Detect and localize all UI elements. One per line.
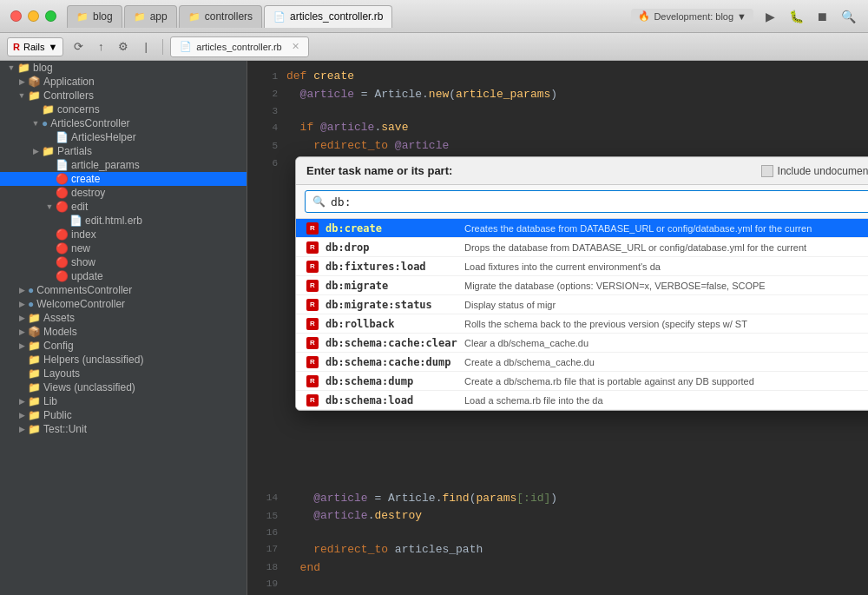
item-label: CommentsController (36, 284, 247, 296)
autocomplete-item[interactable]: R db:rollback Rolls the schema back to t… (296, 314, 868, 334)
sidebar-item-destroy[interactable]: 🔴 destroy (0, 186, 247, 200)
sidebar-item-layouts[interactable]: 📁 Layouts (0, 367, 247, 380)
toolbar-icons: ⟳ ↑ ⚙ | (69, 37, 155, 56)
autocomplete-item[interactable]: R db:drop Drops the database from DATABA… (296, 238, 868, 257)
file-icon: 📄 (56, 131, 69, 143)
sidebar-item-controllers[interactable]: ▼ 📁 Controllers (0, 89, 247, 102)
code-line: 3 (247, 104, 868, 120)
autocomplete-popup[interactable]: Enter task name or its part: Include und… (295, 156, 868, 411)
sidebar-item-new[interactable]: 🔴 new (0, 241, 247, 255)
sidebar-item-comments-controller[interactable]: ▶ ● CommentsController (0, 283, 247, 297)
item-name: db:rollback (326, 318, 464, 330)
settings-button[interactable]: ⚙ (114, 37, 133, 56)
up-button[interactable]: ↑ (91, 37, 110, 56)
stop-button[interactable]: ⏹ (812, 7, 832, 26)
tab-app[interactable]: 📁 app (124, 5, 177, 28)
sidebar-item-partials[interactable]: ▶ 📁 Partials (0, 144, 247, 158)
sidebar-item-articles-helper[interactable]: 📄 ArticlesHelper (0, 130, 247, 144)
sidebar-item-assets[interactable]: ▶ 📁 Assets (0, 311, 247, 325)
debug-button[interactable]: 🐛 (786, 7, 806, 26)
sidebar-item-public[interactable]: ▶ 📁 Public (0, 408, 247, 422)
undocumented-checkbox[interactable] (761, 165, 773, 177)
tab-label: app (150, 10, 168, 23)
item-label: new (71, 242, 247, 255)
item-name: db:migrate (326, 280, 464, 292)
sidebar-item-concerns[interactable]: 📁 concerns (0, 102, 247, 116)
item-desc: Create a db/schema.rb file that is porta… (464, 376, 868, 387)
arrow-icon: ▶ (16, 77, 28, 86)
active-file-tab[interactable]: 📄 articles_controller.rb ✕ (170, 36, 308, 57)
method-icon: 🔴 (56, 242, 69, 255)
sidebar-item-article-params[interactable]: 📄 article_params (0, 158, 247, 172)
popup-title: Enter task name or its part: (306, 164, 452, 177)
search-button[interactable]: 🔍 (838, 7, 858, 26)
sync-button[interactable]: ⟳ (69, 37, 88, 56)
item-label: edit.html.erb (85, 215, 247, 227)
maximize-button[interactable] (45, 10, 56, 22)
search-value: db: (331, 195, 351, 208)
autocomplete-item[interactable]: R db:migrate Migrate the database (optio… (296, 276, 868, 295)
sidebar[interactable]: ▼ 📁 blog ▶ 📦 Application ▼ 📁 Controllers… (0, 61, 247, 595)
folder-icon: 📁 (28, 395, 41, 407)
sidebar-item-application[interactable]: ▶ 📦 Application (0, 75, 247, 89)
checkbox-area[interactable]: Include undocumented (761, 165, 868, 177)
package-icon: 📦 (28, 76, 41, 88)
autocomplete-item[interactable]: R db:schema:load Load a schema.rb file i… (296, 391, 868, 410)
folder-icon: 📁 (28, 409, 41, 421)
popup-search[interactable]: 🔍 db: ✕ (296, 185, 868, 219)
tree-root[interactable]: ▼ 📁 blog (0, 61, 247, 75)
close-icon[interactable]: ✕ (292, 41, 299, 52)
sidebar-item-create[interactable]: 🔴 create (0, 172, 247, 186)
search-box[interactable]: 🔍 db: ✕ (305, 190, 868, 213)
sidebar-item-helpers[interactable]: 📁 Helpers (unclassified) (0, 353, 247, 367)
sidebar-item-articles-controller[interactable]: ▼ ● ArticlesController (0, 116, 247, 130)
sidebar-item-edit-erb[interactable]: 📄 edit.html.erb (0, 214, 247, 228)
code-editor[interactable]: 1 def create 2 @article = Article.new(ar… (247, 61, 868, 595)
sidebar-item-lib[interactable]: ▶ 📁 Lib (0, 394, 247, 408)
minimize-button[interactable] (28, 10, 39, 22)
autocomplete-item[interactable]: R db:schema:dump Create a db/schema.rb f… (296, 372, 868, 391)
folder-icon: 📁 (28, 354, 41, 366)
class-icon: ● (42, 117, 48, 129)
tab-blog[interactable]: 📁 blog (67, 5, 122, 28)
method-icon: 🔴 (56, 173, 69, 185)
item-desc: Clear a db/schema_cache.du (464, 338, 868, 348)
autocomplete-item[interactable]: R db:schema:cache:dump Create a db/schem… (296, 353, 868, 372)
arrow-icon: ▶ (30, 147, 42, 155)
tab-label: articles_controller.rb (290, 10, 383, 23)
tab-controllers[interactable]: 📁 controllers (179, 5, 262, 28)
autocomplete-item[interactable]: R db:migrate:status Display status of mi… (296, 295, 868, 314)
folder-icon: 📁 (28, 89, 41, 102)
autocomplete-item[interactable]: R db:fixtures:load Load fixtures into th… (296, 257, 868, 276)
item-label: Application (43, 76, 247, 88)
sidebar-item-config[interactable]: ▶ 📁 Config (0, 339, 247, 353)
code-line: 5 redirect_to @article (247, 137, 868, 155)
title-bar: 📁 blog 📁 app 📁 controllers 📄 articles_co… (0, 0, 868, 33)
chevron-down-icon: ▼ (737, 11, 746, 22)
code-line: 1 def create (247, 68, 868, 86)
run-button[interactable]: ▶ (760, 7, 779, 26)
rails-select[interactable]: R Rails ▼ (7, 37, 63, 56)
split-button[interactable]: | (136, 37, 155, 56)
sidebar-item-index[interactable]: 🔴 index (0, 228, 247, 241)
sidebar-item-welcome-controller[interactable]: ▶ ● WelcomeController (0, 297, 247, 311)
item-name: db:fixtures:load (326, 261, 464, 273)
autocomplete-item[interactable]: R db:schema:cache:clear Clear a db/schem… (296, 334, 868, 353)
code-line: 2 @article = Article.new(article_params) (247, 86, 868, 104)
item-label: ArticlesHelper (71, 131, 247, 143)
close-button[interactable] (10, 10, 22, 22)
run-config[interactable]: 🔥 Development: blog ▼ (631, 9, 753, 23)
class-icon: ● (28, 298, 34, 310)
item-label: Models (43, 326, 247, 338)
sidebar-item-models[interactable]: ▶ 📦 Models (0, 325, 247, 339)
item-label: concerns (57, 103, 247, 116)
sidebar-item-update[interactable]: 🔴 update (0, 269, 247, 283)
autocomplete-item[interactable]: R db:create Creates the database from DA… (296, 219, 868, 238)
item-label: edit (71, 201, 247, 213)
tab-articles-controller[interactable]: 📄 articles_controller.rb (264, 5, 392, 28)
sidebar-item-views[interactable]: 📁 Views (unclassified) (0, 380, 247, 394)
sidebar-item-show[interactable]: 🔴 show (0, 255, 247, 269)
method-icon: 🔴 (56, 270, 69, 282)
sidebar-item-edit[interactable]: ▼ 🔴 edit (0, 200, 247, 214)
sidebar-item-test[interactable]: ▶ 📁 Test::Unit (0, 422, 247, 436)
